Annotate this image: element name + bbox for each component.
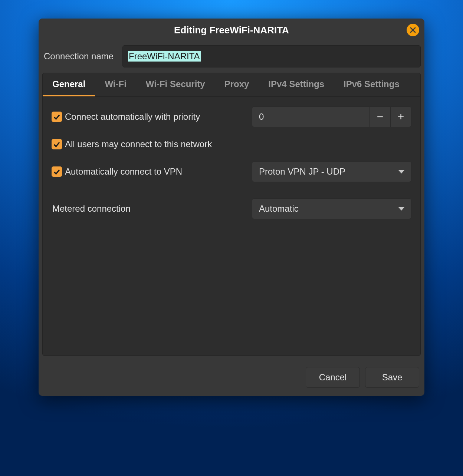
- checkbox-connect-automatically[interactable]: [52, 112, 62, 122]
- label-all-users: All users may connect to this network: [65, 139, 212, 149]
- vpn-select[interactable]: Proton VPN JP - UDP: [252, 161, 411, 182]
- label-connect-automatically: Connect automatically with priority: [65, 112, 200, 122]
- close-button[interactable]: [407, 24, 419, 36]
- priority-increment[interactable]: +: [390, 107, 411, 127]
- priority-value[interactable]: 0: [252, 112, 370, 122]
- save-button[interactable]: Save: [365, 367, 419, 388]
- label-auto-vpn: Automatically connect to VPN: [65, 166, 182, 177]
- window-title: Editing FreeWiFi-NARITA: [174, 24, 289, 36]
- connection-name-input-wrap[interactable]: FreeWiFi-NARITA: [122, 45, 421, 67]
- tab-wifi[interactable]: Wi-Fi: [95, 73, 136, 96]
- check-icon: [53, 168, 60, 175]
- tab-ipv4[interactable]: IPv4 Settings: [259, 73, 334, 96]
- metered-select-value: Automatic: [259, 204, 398, 214]
- priority-spinbox[interactable]: 0 − +: [252, 106, 411, 127]
- row-all-users: All users may connect to this network: [52, 138, 411, 150]
- cancel-button[interactable]: Cancel: [306, 367, 360, 388]
- tab-wifi-security[interactable]: Wi-Fi Security: [136, 73, 215, 96]
- priority-decrement[interactable]: −: [370, 107, 390, 127]
- checkbox-auto-vpn[interactable]: [52, 166, 62, 177]
- titlebar: Editing FreeWiFi-NARITA: [39, 19, 424, 42]
- tabs: General Wi-Fi Wi-Fi Security Proxy IPv4 …: [43, 73, 420, 97]
- chevron-down-icon: [398, 170, 404, 173]
- dialog-footer: Cancel Save: [39, 360, 424, 396]
- row-metered: Metered connection Automatic: [52, 198, 411, 219]
- check-icon: [53, 113, 60, 120]
- general-form: Connect automatically with priority 0 − …: [43, 97, 420, 228]
- connection-name-input[interactable]: FreeWiFi-NARITA: [128, 51, 201, 62]
- tab-general[interactable]: General: [43, 73, 95, 96]
- plus-icon: +: [398, 110, 404, 123]
- close-icon: [410, 27, 416, 33]
- metered-select[interactable]: Automatic: [252, 198, 411, 219]
- row-connect-automatically: Connect automatically with priority 0 − …: [52, 106, 411, 127]
- connection-name-row: Connection name FreeWiFi-NARITA: [39, 42, 424, 71]
- row-auto-vpn: Automatically connect to VPN Proton VPN …: [52, 161, 411, 182]
- checkbox-all-users[interactable]: [52, 139, 62, 149]
- check-icon: [53, 141, 60, 148]
- label-metered: Metered connection: [52, 204, 131, 214]
- dialog-window: Editing FreeWiFi-NARITA Connection name …: [39, 19, 424, 396]
- minus-icon: −: [377, 110, 384, 123]
- tab-proxy[interactable]: Proxy: [215, 73, 259, 96]
- vpn-select-value: Proton VPN JP - UDP: [259, 166, 398, 177]
- connection-name-label: Connection name: [42, 51, 116, 62]
- tab-ipv6[interactable]: IPv6 Settings: [334, 73, 409, 96]
- settings-panel: General Wi-Fi Wi-Fi Security Proxy IPv4 …: [42, 73, 421, 356]
- chevron-down-icon: [398, 207, 404, 211]
